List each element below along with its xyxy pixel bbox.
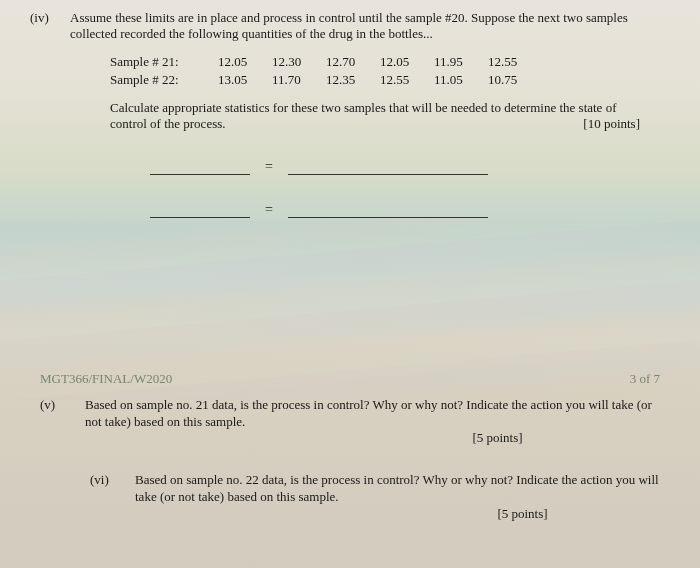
question-text: Assume these limits are in place and pro…: [70, 10, 670, 42]
sample-value: 13.05: [218, 72, 254, 88]
points-label: [5 points]: [385, 506, 660, 523]
sample-row-21: Sample # 21: 12.05 12.30 12.70 12.05 11.…: [110, 54, 670, 70]
question-v: (v) Based on sample no. 21 data, is the …: [30, 397, 670, 448]
sample-value: 12.55: [488, 54, 524, 70]
sample-value: 11.95: [434, 54, 470, 70]
sample-value: 12.35: [326, 72, 362, 88]
sample-value: 12.05: [218, 54, 254, 70]
answer-line-1: =: [150, 157, 670, 175]
equals-sign: =: [265, 202, 273, 218]
question-text: Based on sample no. 22 data, is the proc…: [135, 472, 660, 523]
equals-sign: =: [265, 159, 273, 175]
sample-value: 12.70: [326, 54, 362, 70]
sample-label: Sample # 22:: [110, 72, 200, 88]
answer-blanks: = =: [150, 157, 670, 218]
page-content: (iv) Assume these limits are in place an…: [0, 0, 700, 263]
blank-field: [150, 217, 250, 218]
answer-line-2: =: [150, 200, 670, 218]
sample-value: 12.05: [380, 54, 416, 70]
sample-value: 12.30: [272, 54, 308, 70]
question-marker: (iv): [30, 10, 70, 42]
blank-field: [150, 174, 250, 175]
calculate-instruction: Calculate appropriate statistics for the…: [110, 100, 640, 132]
sample-label: Sample # 21:: [110, 54, 200, 70]
question-marker: (v): [40, 397, 85, 448]
sample-value: 10.75: [488, 72, 524, 88]
blank-field: [288, 217, 488, 218]
blank-field: [288, 174, 488, 175]
sample-value: 12.55: [380, 72, 416, 88]
question-iv: (iv) Assume these limits are in place an…: [30, 10, 670, 42]
question-vi: (vi) Based on sample no. 22 data, is the…: [80, 472, 670, 523]
sample-value: 11.70: [272, 72, 308, 88]
sample-value: 11.05: [434, 72, 470, 88]
points-label: [5 points]: [335, 430, 660, 447]
question-marker: (vi): [90, 472, 135, 523]
calc-text: Calculate appropriate statistics for the…: [110, 100, 616, 131]
question-text: Based on sample no. 21 data, is the proc…: [85, 397, 660, 448]
points-label: [10 points]: [583, 116, 640, 132]
sample-row-22: Sample # 22: 13.05 11.70 12.35 12.55 11.…: [110, 72, 670, 88]
sample-data-block: Sample # 21: 12.05 12.30 12.70 12.05 11.…: [110, 54, 670, 88]
